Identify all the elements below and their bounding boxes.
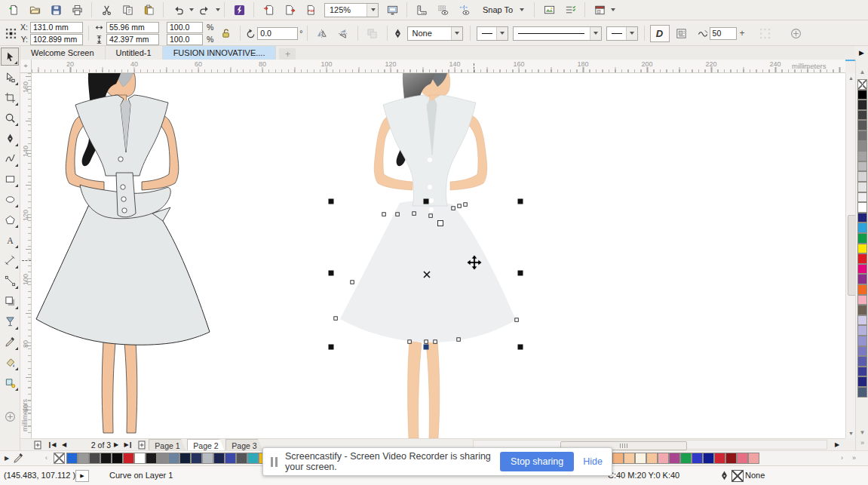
no-color-swatch[interactable] (857, 79, 867, 90)
color-swatch[interactable] (134, 453, 146, 464)
scale-v-input[interactable]: 100.0 (167, 34, 203, 45)
color-swatch[interactable] (737, 453, 748, 464)
hide-button[interactable]: Hide (583, 456, 603, 467)
color-swatch[interactable] (646, 453, 658, 464)
welcome-screen-button[interactable] (539, 1, 559, 19)
palette-eyedropper-icon[interactable] (12, 452, 25, 465)
new-document-button[interactable] (4, 1, 23, 19)
color-swatch[interactable] (857, 202, 867, 213)
color-swatch[interactable] (857, 182, 867, 192)
cut-button[interactable] (97, 1, 116, 19)
color-swatch[interactable] (123, 453, 134, 464)
scroll-up-icon[interactable]: ▲ (847, 74, 855, 82)
previous-page-button[interactable]: ◀ (59, 440, 69, 450)
dropdown-arrow-icon[interactable] (611, 8, 615, 11)
rotation-input[interactable]: 0.0 (257, 27, 298, 40)
fullscreen-preview-button[interactable] (382, 1, 402, 19)
color-swatch[interactable] (857, 264, 867, 275)
color-swatch[interactable] (857, 213, 867, 223)
scale-h-input[interactable]: 100.0 (167, 22, 203, 33)
color-swatch[interactable] (857, 192, 867, 203)
show-grid-button[interactable] (433, 1, 452, 19)
color-swatch[interactable] (692, 453, 703, 464)
color-swatch[interactable] (202, 453, 213, 464)
search-content-button[interactable] (229, 1, 249, 19)
color-swatch[interactable] (857, 233, 867, 244)
color-swatch[interactable] (857, 274, 867, 284)
color-swatch[interactable] (179, 453, 191, 464)
app-launcher-button[interactable] (590, 1, 609, 19)
add-page-start-icon[interactable] (32, 440, 43, 450)
color-swatch[interactable] (857, 110, 867, 121)
color-swatch[interactable] (112, 453, 123, 464)
pick-tool[interactable] (1, 48, 19, 66)
page-tab-2[interactable]: Page 2 (187, 439, 225, 451)
color-swatch[interactable] (857, 244, 867, 254)
color-swatch[interactable] (857, 315, 867, 326)
color-swatch[interactable] (857, 100, 867, 110)
color-swatch[interactable] (168, 453, 179, 464)
new-document-tab-button[interactable]: + (279, 48, 296, 60)
no-color-swatch[interactable] (54, 453, 65, 464)
color-palette-vertical[interactable]: ▲▼» (855, 60, 868, 450)
add-page-end-icon[interactable] (136, 440, 147, 450)
mirror-horizontal-button[interactable] (312, 24, 332, 42)
pan-right-icon[interactable]: ▶ (832, 440, 842, 450)
export-button[interactable] (280, 1, 299, 19)
smart-fill-tool[interactable] (1, 373, 19, 391)
color-swatch[interactable] (669, 453, 680, 464)
document-tab-1[interactable]: Welcome Screen (20, 46, 106, 60)
palette-scroll-right-icon[interactable]: › (841, 454, 843, 462)
fill-tool[interactable] (1, 353, 19, 371)
ruler-origin-box[interactable]: ⌖ (20, 60, 32, 73)
page-tab-1[interactable]: Page 1 (149, 439, 186, 451)
start-arrowhead-select[interactable] (477, 26, 508, 41)
shape-tool[interactable] (1, 68, 19, 86)
open-folder-button[interactable] (25, 1, 44, 19)
stepper-icon[interactable]: + (740, 28, 745, 38)
eyedropper-tool[interactable] (1, 333, 19, 351)
zoom-level-select[interactable]: 125% (324, 3, 379, 17)
drawing-canvas[interactable] (32, 73, 845, 438)
paste-button[interactable] (139, 1, 158, 19)
color-swatch[interactable] (748, 453, 759, 464)
color-swatch[interactable] (157, 453, 168, 464)
fashion-figure-right-selected[interactable] (317, 73, 558, 438)
color-swatch[interactable] (635, 453, 646, 464)
color-swatch[interactable] (612, 453, 624, 464)
color-swatch[interactable] (857, 253, 867, 264)
color-swatch[interactable] (857, 356, 867, 367)
color-swatch[interactable] (857, 171, 867, 182)
color-swatch[interactable] (857, 305, 867, 315)
show-rulers-button[interactable] (412, 1, 431, 19)
customize-toolbox-button[interactable] (1, 407, 19, 425)
color-swatch[interactable] (66, 453, 78, 464)
dimension-tool[interactable] (1, 251, 19, 269)
color-swatch[interactable] (213, 453, 225, 464)
color-swatch[interactable] (857, 120, 867, 130)
copy-button[interactable] (118, 1, 137, 19)
undo-button[interactable] (168, 1, 188, 19)
docker-collapse-button[interactable]: ▶ (855, 46, 868, 60)
color-swatch[interactable] (191, 453, 202, 464)
color-swatch[interactable] (100, 453, 112, 464)
freehand-tool[interactable] (1, 149, 19, 167)
stop-sharing-button[interactable]: Stop sharing (500, 452, 574, 471)
zoom-tool[interactable] (1, 109, 19, 127)
redo-button[interactable] (195, 1, 214, 19)
publish-pdf-button[interactable]: PDF (301, 1, 321, 19)
lock-ratio-button[interactable] (216, 24, 235, 42)
color-swatch[interactable] (247, 453, 259, 464)
wrap-options-button[interactable] (672, 24, 692, 42)
outline-width-select[interactable]: None (407, 26, 463, 41)
color-swatch[interactable] (624, 453, 635, 464)
object-height-input[interactable]: 42.397 mm (106, 34, 159, 45)
color-swatch[interactable] (78, 453, 89, 464)
color-swatch[interactable] (146, 453, 157, 464)
x-position-input[interactable]: 131.0 mm (30, 22, 83, 33)
color-swatch[interactable] (857, 161, 867, 172)
color-swatch[interactable] (680, 453, 692, 464)
color-swatch[interactable] (714, 453, 725, 464)
pen-tool[interactable] (1, 129, 19, 147)
document-tab-3[interactable]: FUSION INNOVATIVE.... (163, 46, 277, 60)
